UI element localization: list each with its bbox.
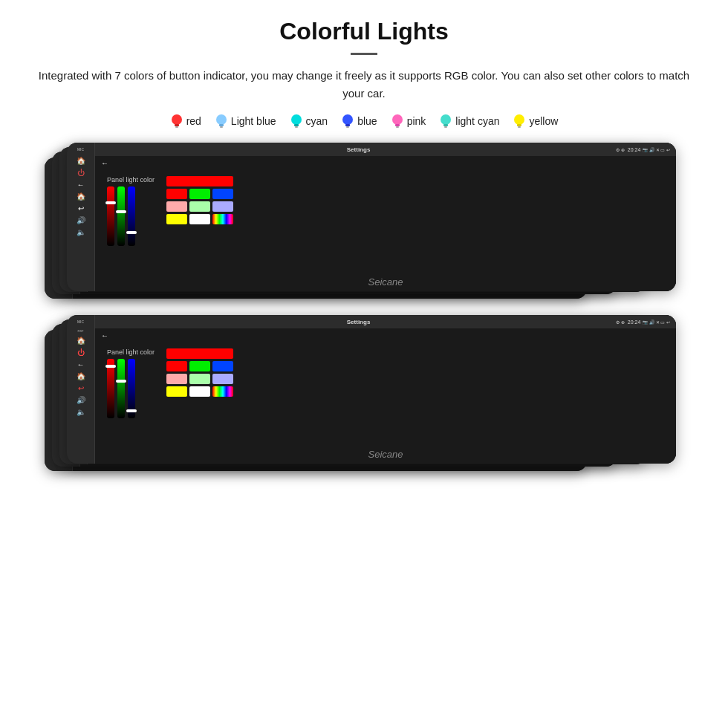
red-slider[interactable] (107, 186, 114, 246)
swatch-yellow[interactable] (166, 214, 187, 224)
bottom-green-slider[interactable] (117, 359, 125, 418)
swatch-rainbow[interactable] (212, 214, 233, 224)
color-label-red: red (186, 115, 201, 127)
bulb-icon-cyan (290, 113, 303, 129)
bottom-sliders-row (107, 359, 155, 418)
svg-rect-2 (175, 126, 178, 128)
bottom-card-main: MIC RST 🏠 ⏻ ← 🏠 ↩ 🔊 🔈 Settings ⚙ ⊕ (67, 315, 676, 464)
svg-rect-14 (396, 126, 399, 128)
top-card-main: MIC 🏠 ⏻ ← 🏠 ↩ 🔊 🔈 Settings ⚙ ⊕ 20:2 (67, 143, 676, 291)
bottom-color-swatches (166, 348, 233, 397)
bulb-icon-light-cyan (439, 113, 452, 129)
color-label-light-blue: Light blue (231, 115, 276, 127)
bottom-panel-label: Panel light color (107, 348, 155, 356)
bottom-swatch-white[interactable] (189, 386, 210, 397)
color-item-cyan: cyan (290, 113, 328, 129)
svg-rect-4 (219, 124, 224, 126)
swatch-light-blue[interactable] (212, 201, 233, 212)
svg-rect-1 (175, 124, 179, 126)
bottom-blue-slider[interactable] (128, 359, 135, 418)
color-item-pink: pink (391, 113, 426, 129)
svg-rect-13 (395, 124, 400, 126)
bottom-swatch-rainbow[interactable] (212, 386, 233, 397)
bottom-swatch-red[interactable] (166, 361, 187, 371)
svg-point-6 (291, 114, 302, 125)
bottom-swatch-light-blue-2[interactable] (212, 374, 233, 384)
swatch-green[interactable] (189, 189, 210, 199)
bulb-icon-yellow (513, 113, 526, 129)
bottom-settings-content: Panel light color (95, 342, 676, 447)
settings-content: Panel light color (95, 170, 676, 274)
bulb-icon-blue (341, 113, 354, 129)
color-item-red: red (170, 113, 201, 129)
svg-rect-7 (294, 124, 299, 126)
svg-rect-11 (346, 126, 349, 128)
bottom-swatch-yellow[interactable] (166, 386, 187, 397)
svg-rect-16 (443, 124, 448, 126)
svg-point-3 (216, 114, 227, 125)
bottom-swatch-light-red[interactable] (166, 374, 187, 384)
swatch-light-red[interactable] (166, 201, 187, 212)
swatch-red[interactable] (166, 189, 187, 199)
sliders-row (107, 186, 155, 246)
swatch-blue[interactable] (212, 189, 233, 199)
panel-label: Panel light color (107, 176, 155, 184)
bottom-swatch-light-green[interactable] (189, 374, 210, 384)
bottom-settings-title: Settings (101, 319, 616, 325)
bulb-icon-light-blue (215, 113, 228, 129)
svg-rect-19 (517, 124, 521, 126)
svg-point-15 (441, 114, 451, 125)
settings-title: Settings (101, 146, 616, 153)
page: Colorful Lights Integrated with 7 colors… (0, 0, 728, 493)
svg-rect-20 (518, 126, 521, 128)
svg-rect-17 (444, 126, 447, 128)
svg-point-9 (342, 114, 353, 125)
bottom-swatch-green[interactable] (189, 361, 210, 371)
description: Integrated with 7 colors of button indic… (30, 67, 698, 103)
blue-slider[interactable] (128, 186, 135, 246)
watermark-top: Seicane (95, 274, 676, 291)
svg-point-12 (392, 114, 403, 125)
green-slider[interactable] (117, 186, 125, 246)
watermark-bottom: Seicane (95, 447, 676, 464)
bottom-swatch-blue[interactable] (212, 361, 233, 371)
svg-rect-10 (345, 124, 350, 126)
color-label-blue: blue (357, 115, 377, 127)
bottom-swatch-red-wide[interactable] (166, 348, 233, 359)
color-item-light-cyan: light cyan (439, 113, 499, 129)
svg-point-0 (172, 114, 182, 125)
colors-row: red Light blue cyan (30, 113, 698, 129)
swatch-red-wide[interactable] (166, 176, 233, 186)
svg-point-18 (514, 114, 524, 125)
devices-section: MIC 🏠 ⏻ ← 🏠 ↩ 🔊 🔈 MIC (30, 143, 698, 478)
bottom-back-button[interactable]: ← (95, 328, 676, 342)
color-label-pink: pink (407, 115, 426, 127)
top-device-stack: MIC 🏠 ⏻ ← 🏠 ↩ 🔊 🔈 MIC (45, 143, 683, 306)
color-item-yellow: yellow (513, 113, 558, 129)
color-label-cyan: cyan (306, 115, 328, 127)
color-item-light-blue: Light blue (215, 113, 276, 129)
back-button[interactable]: ← (95, 156, 676, 170)
color-item-blue: blue (341, 113, 377, 129)
page-title: Colorful Lights (30, 18, 698, 45)
svg-rect-8 (295, 126, 298, 128)
bulb-icon-pink (391, 113, 404, 129)
svg-rect-5 (220, 126, 223, 128)
swatch-white[interactable] (189, 214, 210, 224)
color-label-light-cyan: light cyan (455, 115, 499, 127)
swatch-light-green[interactable] (189, 201, 210, 212)
bottom-device-stack: MIC RST 🏠 ⏻ ← 🏠 ↩ 🔊 🔈 (45, 315, 683, 478)
bottom-clock: 20:24 (628, 319, 641, 325)
color-label-yellow: yellow (529, 115, 558, 127)
color-swatches (166, 176, 233, 224)
bulb-icon-red (170, 113, 183, 129)
title-divider (351, 53, 377, 55)
clock: 20:24 (628, 147, 641, 152)
bottom-red-slider[interactable] (107, 359, 114, 418)
